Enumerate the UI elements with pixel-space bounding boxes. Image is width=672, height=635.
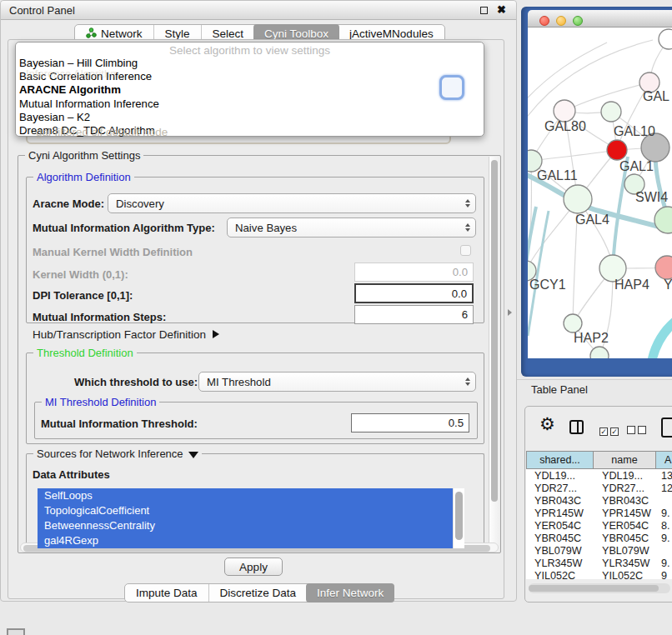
node-label: GCY1 — [529, 278, 566, 292]
network-window-titlebar[interactable] — [528, 10, 672, 28]
table-cell: 9 — [656, 570, 672, 580]
attribute-item[interactable]: BetweennessCentrality — [38, 518, 464, 533]
table-row[interactable]: YIL052CYIL052C9 — [526, 569, 672, 579]
bottom-tab-infer-network[interactable]: Infer Network — [306, 583, 394, 602]
network-node[interactable] — [659, 29, 672, 49]
table-body[interactable]: YDL19...YDL19...13YDR27...YDR27...12YBR0… — [526, 469, 672, 579]
mi-type-combo[interactable]: Naive Bayes — [227, 218, 476, 238]
attribute-item[interactable]: gal4RGexp — [38, 533, 464, 548]
zoom-traffic-light[interactable] — [573, 16, 583, 26]
settings-scrollbar-thumb[interactable] — [491, 160, 498, 502]
table-hscrollbar-track[interactable] — [529, 583, 670, 593]
algorithm-placeholder: Select algorithm to view settings — [16, 44, 484, 57]
control-panel-titlebar: Control Panel ✖ — [1, 1, 516, 20]
mi-threshold-field[interactable]: 0.5 — [351, 413, 469, 432]
minimized-panel-icon[interactable] — [7, 628, 25, 635]
expanded-arrow-icon — [188, 452, 198, 458]
table-cell: YLR345W — [526, 558, 594, 569]
attribute-item[interactable]: SelfLoops — [38, 488, 464, 503]
table-row[interactable]: YER054CYER054C8. — [526, 519, 672, 532]
table-row[interactable]: YBR043CYBR043C — [526, 494, 672, 507]
table-cell: YER054C — [594, 520, 656, 532]
focused-combo-fragment — [439, 75, 464, 100]
algorithm-option[interactable]: Mutual Information Inference — [16, 98, 484, 111]
float-window-icon[interactable] — [480, 7, 488, 14]
close-traffic-light[interactable] — [539, 16, 549, 26]
deselect-all-checkboxes-icon[interactable] — [627, 422, 646, 438]
table-row[interactable]: YDL19...YDL19...13 — [526, 469, 672, 482]
table-row[interactable]: YDR27...YDR27...12 — [526, 482, 672, 494]
network-node-hap2[interactable] — [564, 314, 582, 332]
data-attributes-label: Data Attributes — [33, 468, 110, 481]
node-label: GAL11 — [537, 168, 578, 182]
mi-steps-value: 6 — [462, 308, 468, 321]
select-all-checkboxes-icon[interactable]: ✓✓ — [599, 422, 619, 438]
apply-button[interactable]: Apply — [224, 558, 283, 576]
network-node-gal4[interactable] — [564, 185, 592, 213]
table-row[interactable]: YLR345WYLR345W9. — [526, 557, 672, 569]
table-cell: YBL079W — [594, 545, 656, 557]
table-row[interactable]: YBL079WYBL079W — [526, 544, 672, 557]
collapsed-arrow-icon — [213, 330, 219, 338]
data-attributes-list[interactable]: SelfLoopsTopologicalCoefficientBetweenne… — [38, 488, 464, 548]
network-node[interactable] — [654, 207, 672, 233]
mi-type-value: Naive Bayes — [235, 222, 297, 234]
attribute-item[interactable]: TopologicalCoefficient — [38, 503, 464, 518]
network-view-window: GALGAL80GAL10GAL1GAL11SWI4GAL4GCY1HAP4YH… — [521, 7, 672, 377]
aracne-mode-value: Discovery — [116, 198, 164, 210]
bottom-tab-discretize-data[interactable]: Discretize Data — [208, 584, 308, 602]
bottom-tab-impute-data[interactable]: Impute Data — [125, 584, 208, 602]
table-row[interactable]: YBR045CYBR045C9. — [526, 532, 672, 544]
stepper-arrows-icon — [465, 378, 470, 386]
network-node-gal1[interactable] — [607, 140, 627, 160]
column-header-shared-name[interactable]: shared... — [526, 451, 594, 469]
kernel-width-value: 0.0 — [453, 266, 468, 278]
gear-icon[interactable]: ⚙ — [539, 414, 555, 434]
hub-factor-section-toggle[interactable]: Hub/Transcription Factor Definition — [33, 328, 219, 341]
aracne-mode-combo[interactable]: Discovery — [108, 193, 476, 213]
splitter-handle[interactable] — [508, 309, 512, 316]
mi-threshold-legend: MI Threshold Definition — [42, 396, 159, 408]
sources-legend[interactable]: Sources for Network Inference — [33, 448, 202, 460]
mi-threshold-value: 0.5 — [449, 417, 464, 429]
attributes-scrollbar-track[interactable] — [453, 488, 464, 548]
table-cell: YPR145W — [594, 508, 656, 519]
control-panel-window: Control Panel ✖ NetworkStyleSelectCyni T… — [0, 0, 517, 602]
tab-label: Network — [101, 28, 143, 40]
algorithm-option[interactable]: Bayesian – K2 — [16, 111, 484, 124]
close-icon[interactable]: ✖ — [497, 3, 506, 16]
column-header-clipped[interactable]: A — [656, 451, 672, 469]
export-table-icon[interactable] — [661, 418, 672, 438]
dpi-tolerance-field[interactable]: 0.0 — [354, 283, 474, 303]
kernel-width-field[interactable]: 0.0 — [354, 262, 474, 282]
column-visibility-icon[interactable] — [569, 420, 584, 434]
network-node-gal10[interactable] — [601, 102, 621, 122]
table-cell: 9. — [656, 558, 672, 569]
attributes-scrollbar-thumb[interactable] — [455, 492, 463, 540]
algorithm-option[interactable]: ARACNE Algorithm — [16, 83, 484, 97]
table-cell: YBR045C — [594, 532, 656, 544]
manual-kernel-checkbox[interactable] — [460, 245, 471, 256]
minimize-traffic-light[interactable] — [556, 16, 566, 26]
table-cell: YDL19... — [526, 470, 594, 482]
algorithm-definition-legend: Algorithm Definition — [33, 171, 134, 183]
panel-title: Control Panel — [9, 4, 75, 17]
column-header-name[interactable]: name — [594, 451, 656, 469]
network-node-y[interactable] — [655, 256, 672, 279]
manual-kernel-label: Manual Kernel Width Definition — [33, 246, 193, 258]
table-hscrollbar-thumb[interactable] — [529, 585, 659, 592]
node-label: Y — [664, 278, 672, 292]
network-canvas[interactable]: GALGAL80GAL10GAL1GAL11SWI4GAL4GCY1HAP4YH… — [528, 28, 672, 358]
algorithm-dropdown-popup: Select algorithm to view settings Bayesi… — [15, 42, 484, 137]
dpi-tolerance-value: 0.0 — [452, 288, 467, 300]
which-threshold-combo[interactable]: MI Threshold — [198, 372, 476, 392]
mi-steps-field[interactable]: 6 — [354, 305, 474, 324]
table-cell: 13 — [656, 470, 672, 482]
stepper-arrows-icon — [465, 199, 470, 208]
tab-label: Cyni Toolbox — [264, 28, 328, 40]
table-cell: 8. — [656, 520, 672, 532]
mi-type-label: Mutual Information Algorithm Type: — [33, 222, 215, 234]
table-row[interactable]: YPR145WYPR145W9. — [526, 507, 672, 519]
settings-scrollbar-track[interactable] — [489, 157, 499, 552]
stepper-arrows-icon — [465, 223, 470, 232]
